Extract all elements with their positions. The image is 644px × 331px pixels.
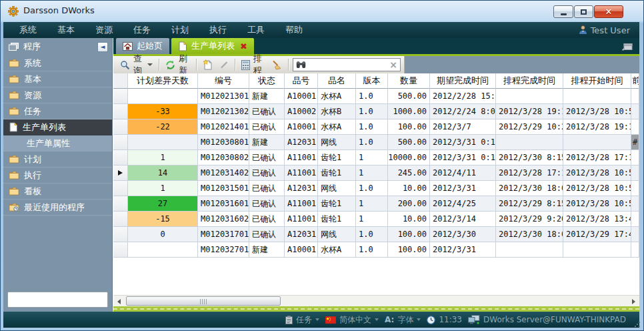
menu-item[interactable]: 工具 <box>243 23 269 37</box>
statusbar-item[interactable]: A:字体 <box>385 314 421 326</box>
cell-expected_finish[interactable]: 2012/3/31 0:17 <box>430 150 496 166</box>
sidebar-item[interactable]: 生产单属性 <box>3 135 112 151</box>
cell-diff_days[interactable]: -15 <box>128 212 198 227</box>
cell-part_name[interactable]: 齿轮1 <box>318 150 356 166</box>
cell-diff_days[interactable] <box>128 242 198 258</box>
toolbar-icon-button[interactable] <box>199 58 216 71</box>
row-selector-cell[interactable] <box>113 181 128 196</box>
cell-expected_finish[interactable]: 2012/4/25 <box>430 196 496 212</box>
cell-status[interactable]: 已确认 <box>249 119 285 135</box>
sidebar-item[interactable]: 看板 <box>3 184 112 200</box>
cell-version[interactable]: 1.0 <box>356 135 388 150</box>
cell-version[interactable]: 1 <box>356 166 388 181</box>
float-window-icon[interactable] <box>621 42 633 51</box>
statusbar-item[interactable]: 11:33 <box>427 315 462 324</box>
cell-overflow[interactable] <box>631 150 639 166</box>
cell-qty[interactable]: 245.00 <box>388 166 430 181</box>
cell-sched_start[interactable]: 2012/3/28 10:52 <box>563 104 631 119</box>
sidebar-collapse-button[interactable]: ◄ <box>97 42 108 52</box>
cell-version[interactable]: 1 <box>356 150 388 166</box>
table-row[interactable]: M012030801新建A12031网线1.0500.002012/3/31 0… <box>113 135 639 150</box>
column-header[interactable]: 编号 <box>198 73 249 89</box>
cell-part_no[interactable]: A11001 <box>285 212 318 227</box>
sidebar-item[interactable]: 生产单列表 <box>3 119 112 135</box>
cell-part_name[interactable]: 水杯A <box>318 89 356 104</box>
cell-status[interactable]: 已确认 <box>249 104 285 119</box>
cell-status[interactable]: 新建 <box>249 135 285 150</box>
cell-version[interactable]: 1.0 <box>356 89 388 104</box>
cell-expected_finish[interactable]: 2012/3/31 <box>430 242 496 258</box>
cell-sched_start[interactable]: 2012/3/28 17:13 <box>563 150 631 166</box>
cell-sched_start[interactable]: 2012/3/28 13:40 <box>563 212 631 227</box>
sidebar-search-input[interactable] <box>15 295 118 304</box>
cell-part_name[interactable]: 网线 <box>318 135 356 150</box>
cell-status[interactable]: 新建 <box>249 242 285 258</box>
cell-expected_finish[interactable]: 2012/3/30 <box>430 227 496 242</box>
cell-diff_days[interactable]: -22 <box>128 119 198 135</box>
cell-expected_finish[interactable]: 2012/3/31 0:10 <box>430 135 496 150</box>
column-header[interactable]: 期望完成时间 <box>430 73 496 89</box>
cell-overflow[interactable] <box>631 242 639 258</box>
cell-version[interactable]: 1 <box>356 212 388 227</box>
table-row[interactable]: M012021301新建A10001水杯A1.0500.002012/2/28 … <box>113 89 639 104</box>
row-selector-cell[interactable] <box>113 212 128 227</box>
cell-part_no[interactable]: A11001 <box>285 196 318 212</box>
cell-expected_finish[interactable]: 2012/2/28 15:00 <box>430 89 496 104</box>
cell-part_name[interactable]: 齿轮1 <box>318 212 356 227</box>
cell-expected_finish[interactable]: 2012/3/31 <box>430 181 496 196</box>
minimize-button[interactable] <box>553 5 573 18</box>
row-selector-cell[interactable] <box>113 242 128 258</box>
dropdown-arrow-icon[interactable] <box>147 63 153 66</box>
cell-status[interactable]: 已确认 <box>249 150 285 166</box>
cell-overflow[interactable] <box>631 181 639 196</box>
dropdown-arrow-icon[interactable] <box>315 318 319 321</box>
column-header[interactable]: 计划差异天数 <box>128 73 198 89</box>
statusbar-item[interactable]: 任务 <box>285 314 319 326</box>
cell-sched_start[interactable]: 2012/3/28 10:52 <box>563 181 631 196</box>
cell-sched_finish[interactable]: 2012/3/30 18:00 <box>496 181 563 196</box>
cell-diff_days[interactable]: -33 <box>128 104 198 119</box>
cell-sched_finish[interactable] <box>496 89 563 104</box>
scroll-right-button[interactable] <box>628 296 639 307</box>
cell-diff_days[interactable]: 27 <box>128 196 198 212</box>
column-header[interactable]: 排程开始时间 <box>563 73 631 89</box>
cell-qty[interactable]: 200.00 <box>388 196 430 212</box>
row-selector-cell[interactable] <box>113 104 128 119</box>
table-row[interactable]: M012032701新建A10001水杯A1.0100.002012/3/31 <box>113 242 639 258</box>
cell-sched_finish[interactable]: 2012/3/30 18:00 <box>496 227 563 242</box>
cell-qty[interactable]: 100.00 <box>388 227 430 242</box>
cell-sched_finish[interactable] <box>496 135 563 150</box>
table-row[interactable]: -15M012031602已确认A11001齿轮1110.002012/3/14… <box>113 212 639 227</box>
row-selector-cell[interactable] <box>113 196 128 212</box>
cell-sched_finish[interactable]: 2012/3/28 17:13 <box>496 166 563 181</box>
cell-sched_start[interactable] <box>563 242 631 258</box>
cell-part_no[interactable]: A10001 <box>285 119 318 135</box>
sidebar-item[interactable]: 最近使用的程序 <box>3 200 112 216</box>
cell-overflow[interactable]: # <box>631 135 639 150</box>
cell-overflow[interactable] <box>631 89 639 104</box>
row-selector-cell[interactable] <box>113 227 128 242</box>
cell-version[interactable]: 1 <box>356 196 388 212</box>
cell-qty[interactable]: 500.00 <box>388 135 430 150</box>
cell-expected_finish[interactable]: 2012/3/7 <box>430 119 496 135</box>
sidebar-item[interactable]: 资源 <box>3 87 112 103</box>
cell-order_no[interactable]: M012030801 <box>198 135 249 150</box>
row-selector-cell[interactable] <box>113 150 128 166</box>
cell-version[interactable]: 1.0 <box>356 181 388 196</box>
cell-part_name[interactable]: 水杯A <box>318 119 356 135</box>
column-header[interactable]: 状态 <box>249 73 285 89</box>
cell-expected_finish[interactable]: 2012/2/24 8:00 <box>430 104 496 119</box>
cell-order_no[interactable]: M012030802 <box>198 150 249 166</box>
cell-qty[interactable]: 500.00 <box>388 89 430 104</box>
cell-diff_days[interactable]: 1 <box>128 181 198 196</box>
cell-part_no[interactable]: A12031 <box>285 227 318 242</box>
cell-part_name[interactable]: 齿轮1 <box>318 196 356 212</box>
column-header[interactable]: 品名 <box>318 73 356 89</box>
table-row[interactable]: 1M012031501已确认A12031网线1.010.002012/3/312… <box>113 181 639 196</box>
cell-order_no[interactable]: M012031402 <box>198 166 249 181</box>
cell-status[interactable]: 新建 <box>249 89 285 104</box>
menu-item[interactable]: 帮助 <box>281 23 307 37</box>
scrollbar-thumb[interactable] <box>126 296 281 306</box>
cell-part_name[interactable]: 网线 <box>318 181 356 196</box>
cell-status[interactable]: 已确认 <box>249 166 285 181</box>
